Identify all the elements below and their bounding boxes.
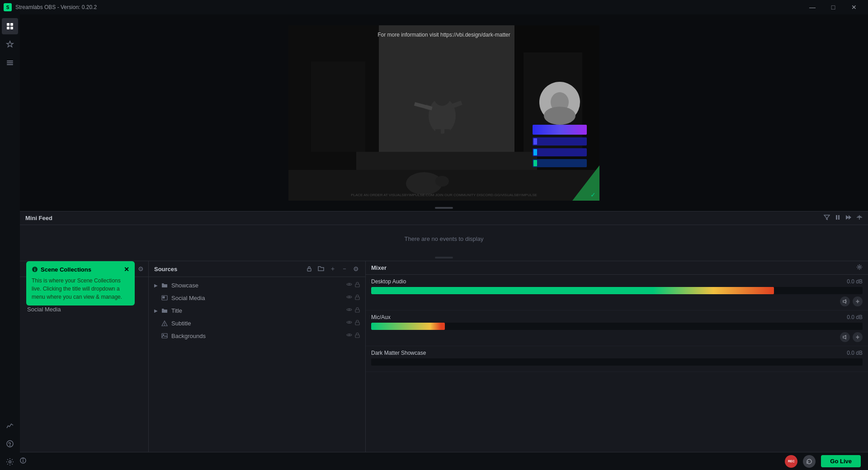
- source-lock-icon[interactable]: [355, 332, 360, 339]
- titlebar-left: S Streamlabs OBS - Version: 0.20.2: [4, 3, 97, 11]
- close-button[interactable]: ✕: [844, 0, 864, 14]
- sources-folder-button[interactable]: [317, 264, 325, 274]
- sources-header: Sources ＋: [149, 261, 365, 277]
- bottom-bar: REC Go Live: [0, 452, 868, 470]
- source-eye-icon[interactable]: [346, 320, 352, 327]
- mixer-settings-button[interactable]: [856, 264, 863, 272]
- svg-rect-15: [356, 152, 537, 170]
- svg-rect-5: [7, 62, 13, 63]
- source-name: Backgrounds: [171, 333, 346, 339]
- app-logo: S: [4, 3, 12, 11]
- folder-icon: [160, 281, 169, 289]
- source-item-social-media[interactable]: Social Media: [149, 291, 365, 304]
- preview-area: For more information visit https://vbi.d…: [20, 14, 868, 211]
- expand-arrow-icon: ▶: [154, 283, 160, 288]
- info-icon[interactable]: [20, 457, 26, 465]
- source-lock-icon[interactable]: [355, 307, 360, 314]
- sidebar-item-help[interactable]: [2, 436, 18, 452]
- tooltip-header: i Scene Collections ✕: [32, 266, 129, 273]
- source-eye-icon[interactable]: [346, 307, 352, 314]
- sidebar-item-scenes[interactable]: [2, 54, 18, 70]
- preview-background: For more information visit https://vbi.d…: [288, 25, 599, 201]
- source-item-showcase[interactable]: ▶ Showcase: [149, 279, 365, 291]
- sources-lock-button[interactable]: [305, 264, 313, 274]
- svg-point-59: [349, 322, 350, 323]
- tooltip-close-button[interactable]: ✕: [124, 266, 129, 273]
- mixer-channel-mic-aux: Mic/Aux 0.0 dB: [366, 310, 868, 346]
- game-scene-svg: For more information visit https://vbi.d…: [288, 25, 599, 201]
- sources-add-button[interactable]: ＋: [329, 264, 337, 274]
- mute-button[interactable]: [840, 296, 850, 306]
- source-lock-icon[interactable]: [355, 320, 360, 327]
- scene-icon: [160, 294, 169, 302]
- source-name: Showcase: [171, 282, 346, 289]
- svg-rect-37: [533, 160, 537, 166]
- svg-rect-49: [355, 284, 359, 287]
- svg-rect-3: [10, 27, 13, 29]
- source-item-title[interactable]: ▶ Title: [149, 304, 365, 317]
- source-lock-icon[interactable]: [355, 282, 360, 289]
- mixer-channel-header: Mic/Aux 0.0 dB: [371, 314, 863, 320]
- source-item-subtitle[interactable]: Subtitle: [149, 317, 365, 329]
- maximize-button[interactable]: □: [823, 0, 844, 14]
- svg-point-70: [23, 459, 24, 459]
- sidebar-item-settings[interactable]: [2, 454, 18, 470]
- go-live-button[interactable]: Go Live: [821, 455, 861, 467]
- sources-settings-button[interactable]: ⚙: [352, 264, 360, 273]
- channel-db: 0.0 dB: [847, 350, 863, 356]
- mute-icon[interactable]: [856, 214, 863, 222]
- source-eye-icon[interactable]: [346, 282, 352, 289]
- source-actions: [346, 320, 360, 327]
- sidebar-item-themes[interactable]: [2, 36, 18, 52]
- scenes-settings-button[interactable]: ⚙: [137, 264, 145, 273]
- source-item-backgrounds[interactable]: Backgrounds: [149, 329, 365, 342]
- sources-controls: ＋ － ⚙: [305, 264, 360, 274]
- mixer-controls-row: [371, 332, 863, 342]
- record-button[interactable]: REC: [785, 455, 797, 468]
- svg-text:i: i: [34, 268, 36, 272]
- mute-button[interactable]: [840, 332, 850, 342]
- sidebar-item-home[interactable]: [2, 18, 18, 34]
- sidebar-item-stats[interactable]: [2, 418, 18, 434]
- sidebar: [0, 14, 20, 470]
- settings-button[interactable]: [853, 296, 863, 306]
- preview-canvas: For more information visit https://vbi.d…: [288, 25, 599, 201]
- svg-rect-61: [162, 334, 167, 338]
- replay-button[interactable]: [803, 455, 816, 468]
- source-eye-icon[interactable]: [346, 332, 352, 339]
- bottom-bar-right: REC Go Live: [785, 455, 861, 468]
- svg-rect-33: [533, 138, 537, 145]
- tooltip-title-row: i Scene Collections: [32, 266, 91, 273]
- source-lock-icon[interactable]: [355, 294, 360, 301]
- svg-point-67: [857, 337, 859, 338]
- minimize-button[interactable]: —: [802, 0, 823, 14]
- content-area: For more information visit https://vbi.d…: [20, 14, 868, 470]
- source-name: Title: [171, 307, 346, 314]
- skip-icon[interactable]: [845, 214, 852, 222]
- scenes-panel: i Scene Collections ✕ This is where your…: [20, 261, 149, 470]
- svg-rect-6: [7, 64, 13, 65]
- source-actions: [346, 282, 360, 289]
- app-title: Streamlabs OBS - Version: 0.20.2: [15, 4, 97, 10]
- sources-remove-button[interactable]: －: [340, 264, 349, 274]
- svg-point-8: [10, 446, 10, 446]
- svg-point-54: [349, 309, 350, 310]
- source-eye-icon[interactable]: [346, 294, 352, 301]
- pause-icon[interactable]: [835, 214, 841, 222]
- svg-rect-60: [355, 322, 359, 325]
- svg-rect-51: [163, 296, 165, 298]
- filter-icon[interactable]: [824, 214, 830, 222]
- source-name: Subtitle: [171, 320, 346, 327]
- folder-icon: [160, 306, 169, 315]
- svg-marker-44: [849, 215, 851, 220]
- tooltip-body: This is where your Scene Collections liv…: [32, 277, 129, 301]
- settings-button[interactable]: [853, 332, 863, 342]
- mini-feed-content: There are no events to display: [20, 225, 868, 252]
- channel-name: Mic/Aux: [371, 314, 391, 320]
- svg-rect-2: [7, 27, 9, 29]
- no-events-text: There are no events to display: [405, 235, 484, 242]
- window-controls: — □ ✕: [802, 0, 864, 14]
- svg-rect-31: [533, 125, 587, 135]
- mini-feed-title: Mini Feed: [25, 215, 52, 221]
- svg-text:PLACE AN ORDER AT VISUALSBYIMP: PLACE AN ORDER AT VISUALSBYIMPULSE.COM J…: [351, 193, 537, 197]
